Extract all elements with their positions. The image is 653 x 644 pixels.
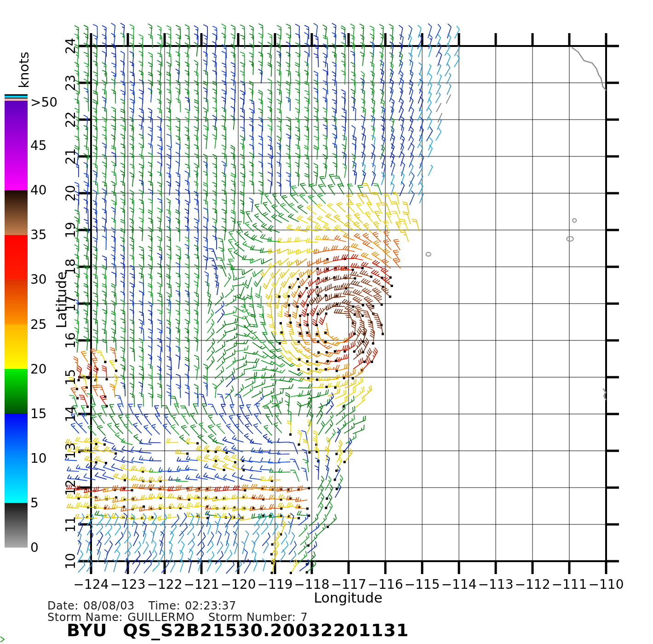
colorbar-tick-label: 40 — [30, 183, 47, 198]
byu-filename: QS_S2B21530.20032201131 — [123, 620, 409, 640]
y-tick-label: 17 — [63, 295, 78, 312]
time-label: Time: — [149, 599, 180, 612]
date-label: Date: — [47, 599, 79, 612]
byu-prefix: BYU — [67, 620, 107, 640]
x-tick-label: −115 — [405, 577, 440, 592]
x-tick-label: −112 — [515, 577, 550, 592]
x-tick-label: −114 — [441, 577, 477, 592]
colorbar-tick-label: 30 — [30, 272, 47, 287]
y-tick-label: 14 — [63, 406, 78, 422]
time-value: 02:23:37 — [185, 599, 236, 612]
y-tick-label: 13 — [63, 443, 78, 459]
colorbar-tick-label: >50 — [30, 95, 57, 110]
y-tick-label: 21 — [63, 148, 78, 165]
x-tick-label: −119 — [258, 577, 293, 592]
date-time-line: Date:08/08/03Time:02:23:37 — [47, 599, 236, 612]
x-tick-label: −123 — [110, 577, 146, 592]
colorbar-tick-label: 20 — [30, 361, 47, 376]
y-tick-label: 16 — [63, 332, 78, 349]
x-tick-label: −118 — [294, 577, 330, 592]
date-value: 08/08/03 — [83, 599, 135, 612]
x-tick-label: −120 — [221, 577, 256, 592]
colorbar-tick-label: 25 — [30, 316, 47, 332]
wind-barb-canvas — [0, 0, 653, 644]
y-tick-label: 12 — [63, 479, 78, 496]
x-tick-label: −111 — [552, 577, 587, 592]
colorbar-tick-label: 35 — [30, 227, 47, 242]
x-tick-label: −121 — [184, 577, 219, 592]
colorbar-tick-label: 0 — [30, 540, 39, 555]
colorbar-tick-label: 10 — [30, 450, 47, 466]
colorbar-tick-label: 45 — [30, 138, 47, 153]
x-tick-label: −110 — [589, 577, 624, 592]
x-tick-label: −124 — [74, 577, 109, 592]
y-tick-label: 20 — [63, 185, 78, 201]
y-tick-label: 11 — [63, 516, 78, 533]
y-tick-label: 22 — [63, 111, 78, 128]
y-tick-label: 23 — [63, 75, 78, 91]
x-tick-label: −113 — [478, 577, 514, 592]
colorbar-title: knots — [16, 52, 32, 88]
y-tick-label: 18 — [63, 259, 78, 275]
colorbar-tick-label: 5 — [30, 495, 39, 510]
x-axis-title: Longitude — [314, 590, 382, 606]
x-tick-label: −122 — [147, 577, 183, 592]
y-tick-label: 19 — [63, 222, 78, 238]
x-tick-label: −117 — [331, 577, 367, 592]
product-id-line: BYUQS_S2B21530.20032201131 — [67, 620, 409, 640]
y-tick-label: 15 — [63, 369, 78, 385]
y-tick-label: 10 — [63, 553, 78, 569]
colorbar-tick-label: 15 — [30, 406, 47, 421]
x-tick-label: −116 — [368, 577, 403, 592]
quikscat-wind-map: knots Longitude Latitude Date:08/08/03Ti… — [0, 0, 653, 644]
y-tick-label: 24 — [63, 38, 78, 54]
